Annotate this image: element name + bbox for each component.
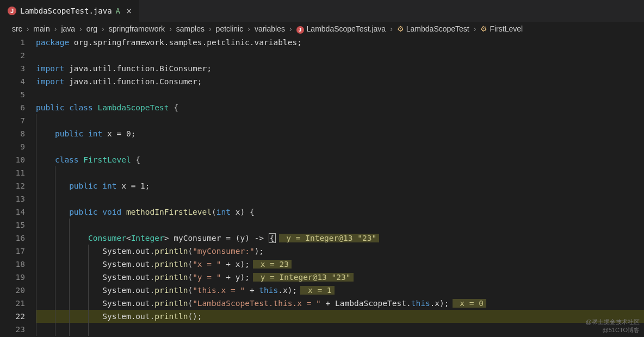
- crumb-segment[interactable]: springframework: [107, 24, 167, 33]
- cursor: {: [269, 233, 276, 243]
- chevron-right-icon: ›: [389, 24, 394, 33]
- chevron-right-icon: ›: [78, 24, 83, 33]
- chevron-right-icon: ›: [26, 24, 30, 33]
- code-line: System.out.println("LambdaScopeTest.this…: [36, 297, 644, 310]
- line-number: 6: [0, 101, 25, 114]
- line-number: 7: [0, 114, 25, 127]
- line-number: 19: [0, 271, 25, 284]
- code-line: [36, 140, 644, 153]
- line-number: 15: [0, 219, 25, 232]
- chevron-right-icon: ›: [288, 24, 293, 33]
- line-number: 9: [0, 140, 25, 153]
- crumb-segment[interactable]: main: [31, 24, 52, 33]
- code-line: [36, 219, 644, 232]
- code-line: public void methodInFirstLevel(int x) {: [36, 205, 644, 219]
- line-number: 23: [0, 323, 25, 336]
- line-number: 11: [0, 166, 25, 179]
- current-execution-line: System.out.println();: [36, 310, 644, 323]
- watermark: @稀土掘金技术社区 @51CTO博客: [586, 318, 640, 334]
- code-line: Consumer<Integer> myConsumer = (y) -> { …: [36, 232, 644, 245]
- code-line: [36, 192, 644, 205]
- class-icon: ⚙: [480, 24, 487, 33]
- tab-bar: J LambdaScopeTest.java A ×: [0, 0, 644, 22]
- code-line: System.out.println("y = " + y); y = Inte…: [36, 271, 644, 284]
- tab-filename: LambdaScopeTest.java: [20, 7, 112, 15]
- code-line: public int x = 1;: [36, 179, 644, 192]
- class-icon: ⚙: [397, 24, 404, 33]
- code-editor[interactable]: 1 2 3 4 5 6 7 8 9 10 11 12 13 14 15 16 1…: [0, 36, 644, 337]
- crumb-segment[interactable]: src: [10, 24, 24, 33]
- line-number: 4: [0, 75, 25, 88]
- chevron-right-icon: ›: [473, 24, 478, 33]
- line-number: 5: [0, 88, 25, 101]
- line-number: 14: [0, 205, 25, 219]
- chevron-right-icon: ›: [208, 24, 213, 33]
- crumb-segment[interactable]: petclinic: [214, 24, 246, 33]
- java-file-icon: J: [296, 26, 304, 34]
- crumb-file[interactable]: JLambdaScopeTest.java: [294, 24, 388, 34]
- close-icon[interactable]: ×: [124, 5, 134, 16]
- code-line: [36, 166, 644, 179]
- code-line: class FirstLevel {: [36, 153, 644, 166]
- line-number: 10: [0, 153, 25, 166]
- crumb-segment[interactable]: variables: [252, 24, 287, 33]
- tab-modified-indicator: A: [116, 7, 120, 15]
- code-line: public int x = 0;: [36, 127, 644, 140]
- line-number: 18: [0, 258, 25, 271]
- code-line: [36, 114, 644, 127]
- line-number: 13: [0, 192, 25, 205]
- line-number: 17: [0, 245, 25, 258]
- crumb-symbol[interactable]: ⚙FirstLevel: [478, 24, 525, 33]
- code-line: System.out.println("this.x = " + this.x)…: [36, 284, 644, 297]
- crumb-segment[interactable]: java: [59, 24, 77, 33]
- chevron-right-icon: ›: [246, 24, 251, 33]
- code-line: [36, 49, 644, 62]
- debug-inline-value: x = 23: [253, 260, 292, 269]
- debug-inline-value: x = 1: [300, 286, 334, 295]
- debug-inline-value: x = 0: [453, 299, 486, 308]
- crumb-symbol[interactable]: ⚙LambdaScopeTest: [395, 24, 472, 33]
- crumb-segment[interactable]: org: [84, 24, 100, 33]
- line-number: 22: [0, 310, 25, 323]
- crumb-segment[interactable]: samples: [174, 24, 207, 33]
- debug-inline-value: y = Integer@13 "23": [253, 273, 354, 282]
- code-line: [36, 323, 644, 336]
- line-number: 3: [0, 62, 25, 75]
- chevron-right-icon: ›: [168, 24, 173, 33]
- chevron-right-icon: ›: [53, 24, 58, 33]
- line-number: 8: [0, 127, 25, 140]
- breadcrumb: src› main› java› org› springframework› s…: [0, 22, 644, 36]
- code-line: import java.util.function.Consumer;: [36, 75, 644, 88]
- code-line: System.out.println("myConsumer:");: [36, 245, 644, 258]
- code-line: package org.springframework.samples.petc…: [36, 36, 644, 49]
- code-line: System.out.println("x = " + x); x = 23: [36, 258, 644, 271]
- java-file-icon: J: [8, 7, 16, 15]
- line-number: 1: [0, 36, 25, 49]
- line-number: 2: [0, 49, 25, 62]
- line-number: 12: [0, 179, 25, 192]
- debug-inline-value: y = Integer@13 "23": [279, 234, 380, 242]
- line-number: 21: [0, 297, 25, 310]
- line-number: 16: [0, 232, 25, 245]
- code-line: public class LambdaScopeTest {: [36, 101, 644, 114]
- code-line: import java.util.function.BiConsumer;: [36, 62, 644, 75]
- code-area[interactable]: package org.springframework.samples.petc…: [36, 36, 644, 337]
- editor-tab[interactable]: J LambdaScopeTest.java A ×: [0, 0, 139, 22]
- line-number-gutter: 1 2 3 4 5 6 7 8 9 10 11 12 13 14 15 16 1…: [0, 36, 36, 337]
- line-number: 20: [0, 284, 25, 297]
- code-line: [36, 88, 644, 101]
- chevron-right-icon: ›: [101, 24, 106, 33]
